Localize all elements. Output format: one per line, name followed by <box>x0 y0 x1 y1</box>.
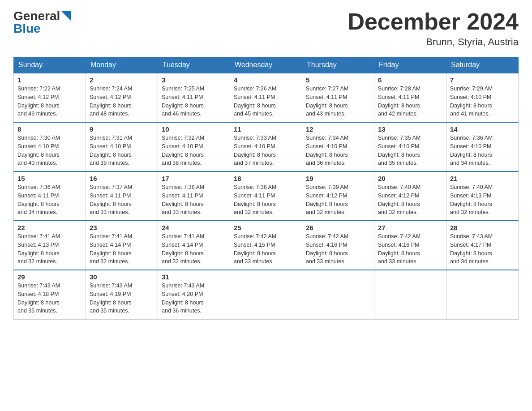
subtitle: Brunn, Styria, Austria <box>348 36 519 48</box>
week-row-3: 15 Sunrise: 7:36 AM Sunset: 4:11 PM Dayl… <box>14 171 519 221</box>
column-header-sunday: Sunday <box>14 57 86 73</box>
day-info: Sunrise: 7:35 AM Sunset: 4:10 PM Dayligh… <box>378 134 442 167</box>
day-number: 22 <box>17 224 82 231</box>
day-info: Sunrise: 7:43 AM Sunset: 4:17 PM Dayligh… <box>450 232 515 266</box>
day-number: 24 <box>162 224 226 231</box>
calendar-cell: 25 Sunrise: 7:42 AM Sunset: 4:15 PM Dayl… <box>230 221 302 270</box>
column-header-saturday: Saturday <box>446 57 519 73</box>
day-number: 9 <box>90 125 154 133</box>
column-header-thursday: Thursday <box>302 57 374 73</box>
day-number: 29 <box>17 273 82 281</box>
day-info: Sunrise: 7:27 AM Sunset: 4:11 PM Dayligh… <box>306 85 370 118</box>
day-number: 30 <box>90 273 154 281</box>
calendar-cell: 18 Sunrise: 7:38 AM Sunset: 4:11 PM Dayl… <box>230 171 302 221</box>
title-block: December 2024 Brunn, Styria, Austria <box>348 9 519 48</box>
day-info: Sunrise: 7:43 AM Sunset: 4:19 PM Dayligh… <box>90 282 154 315</box>
calendar-cell: 10 Sunrise: 7:32 AM Sunset: 4:10 PM Dayl… <box>158 122 230 171</box>
calendar-cell: 14 Sunrise: 7:36 AM Sunset: 4:10 PM Dayl… <box>446 122 519 171</box>
day-number: 31 <box>162 273 226 281</box>
svg-marker-0 <box>61 11 71 21</box>
day-number: 18 <box>234 175 298 182</box>
day-number: 5 <box>306 76 370 84</box>
day-info: Sunrise: 7:42 AM Sunset: 4:16 PM Dayligh… <box>378 232 442 266</box>
calendar-cell: 12 Sunrise: 7:34 AM Sunset: 4:10 PM Dayl… <box>302 122 374 171</box>
day-number: 2 <box>90 76 154 84</box>
day-info: Sunrise: 7:42 AM Sunset: 4:16 PM Dayligh… <box>306 232 370 266</box>
day-number: 16 <box>90 175 154 182</box>
day-info: Sunrise: 7:40 AM Sunset: 4:12 PM Dayligh… <box>378 183 442 217</box>
day-number: 28 <box>450 224 515 231</box>
day-info: Sunrise: 7:32 AM Sunset: 4:10 PM Dayligh… <box>162 134 226 167</box>
day-number: 20 <box>378 175 442 182</box>
logo-blue-text: Blue <box>13 21 41 36</box>
day-number: 6 <box>378 76 442 84</box>
page-header: General Blue December 2024 Brunn, Styria… <box>13 9 519 48</box>
day-info: Sunrise: 7:43 AM Sunset: 4:20 PM Dayligh… <box>162 282 226 315</box>
day-number: 13 <box>378 125 442 133</box>
column-header-monday: Monday <box>86 57 158 73</box>
day-info: Sunrise: 7:24 AM Sunset: 4:12 PM Dayligh… <box>90 85 154 118</box>
day-info: Sunrise: 7:41 AM Sunset: 4:14 PM Dayligh… <box>90 232 154 266</box>
calendar-cell: 21 Sunrise: 7:40 AM Sunset: 4:13 PM Dayl… <box>446 171 519 221</box>
calendar-cell: 5 Sunrise: 7:27 AM Sunset: 4:11 PM Dayli… <box>302 73 374 122</box>
day-info: Sunrise: 7:38 AM Sunset: 4:11 PM Dayligh… <box>234 183 298 217</box>
day-number: 7 <box>450 76 515 84</box>
day-number: 15 <box>17 175 82 182</box>
day-info: Sunrise: 7:42 AM Sunset: 4:15 PM Dayligh… <box>234 232 298 266</box>
day-number: 14 <box>450 125 515 133</box>
calendar-cell: 27 Sunrise: 7:42 AM Sunset: 4:16 PM Dayl… <box>374 221 446 270</box>
calendar-cell: 23 Sunrise: 7:41 AM Sunset: 4:14 PM Dayl… <box>86 221 158 270</box>
calendar-cell: 1 Sunrise: 7:22 AM Sunset: 4:12 PM Dayli… <box>14 73 86 122</box>
calendar-cell: 19 Sunrise: 7:39 AM Sunset: 4:12 PM Dayl… <box>302 171 374 221</box>
day-number: 10 <box>162 125 226 133</box>
calendar-cell: 29 Sunrise: 7:43 AM Sunset: 4:18 PM Dayl… <box>14 270 86 319</box>
day-info: Sunrise: 7:30 AM Sunset: 4:10 PM Dayligh… <box>17 134 82 167</box>
day-number: 1 <box>17 76 82 84</box>
day-number: 11 <box>234 125 298 133</box>
day-info: Sunrise: 7:26 AM Sunset: 4:11 PM Dayligh… <box>234 85 298 118</box>
calendar-header-row: SundayMondayTuesdayWednesdayThursdayFrid… <box>14 57 519 73</box>
day-info: Sunrise: 7:28 AM Sunset: 4:11 PM Dayligh… <box>378 85 442 118</box>
day-info: Sunrise: 7:37 AM Sunset: 4:11 PM Dayligh… <box>90 183 154 217</box>
day-info: Sunrise: 7:40 AM Sunset: 4:13 PM Dayligh… <box>450 183 515 217</box>
calendar-table: SundayMondayTuesdayWednesdayThursdayFrid… <box>13 57 519 320</box>
day-number: 25 <box>234 224 298 231</box>
calendar-cell: 2 Sunrise: 7:24 AM Sunset: 4:12 PM Dayli… <box>86 73 158 122</box>
day-info: Sunrise: 7:43 AM Sunset: 4:18 PM Dayligh… <box>17 282 82 315</box>
day-info: Sunrise: 7:29 AM Sunset: 4:10 PM Dayligh… <box>450 85 515 118</box>
calendar-cell: 30 Sunrise: 7:43 AM Sunset: 4:19 PM Dayl… <box>86 270 158 319</box>
column-header-friday: Friday <box>374 57 446 73</box>
calendar-cell: 13 Sunrise: 7:35 AM Sunset: 4:10 PM Dayl… <box>374 122 446 171</box>
week-row-1: 1 Sunrise: 7:22 AM Sunset: 4:12 PM Dayli… <box>14 73 519 122</box>
column-header-tuesday: Tuesday <box>158 57 230 73</box>
day-number: 8 <box>17 125 82 133</box>
calendar-cell: 31 Sunrise: 7:43 AM Sunset: 4:20 PM Dayl… <box>158 270 230 319</box>
day-number: 21 <box>450 175 515 182</box>
calendar-cell: 16 Sunrise: 7:37 AM Sunset: 4:11 PM Dayl… <box>86 171 158 221</box>
main-title: December 2024 <box>348 9 519 34</box>
day-number: 19 <box>306 175 370 182</box>
day-info: Sunrise: 7:33 AM Sunset: 4:10 PM Dayligh… <box>234 134 298 167</box>
day-info: Sunrise: 7:31 AM Sunset: 4:10 PM Dayligh… <box>90 134 154 167</box>
day-number: 27 <box>378 224 442 231</box>
calendar-cell <box>302 270 374 319</box>
calendar-cell: 26 Sunrise: 7:42 AM Sunset: 4:16 PM Dayl… <box>302 221 374 270</box>
logo: General Blue <box>13 9 71 36</box>
week-row-2: 8 Sunrise: 7:30 AM Sunset: 4:10 PM Dayli… <box>14 122 519 171</box>
calendar-cell <box>230 270 302 319</box>
calendar-cell: 20 Sunrise: 7:40 AM Sunset: 4:12 PM Dayl… <box>374 171 446 221</box>
calendar-cell: 4 Sunrise: 7:26 AM Sunset: 4:11 PM Dayli… <box>230 73 302 122</box>
day-info: Sunrise: 7:41 AM Sunset: 4:13 PM Dayligh… <box>17 232 82 266</box>
day-info: Sunrise: 7:34 AM Sunset: 4:10 PM Dayligh… <box>306 134 370 167</box>
day-info: Sunrise: 7:39 AM Sunset: 4:12 PM Dayligh… <box>306 183 370 217</box>
calendar-cell: 8 Sunrise: 7:30 AM Sunset: 4:10 PM Dayli… <box>14 122 86 171</box>
day-info: Sunrise: 7:41 AM Sunset: 4:14 PM Dayligh… <box>162 232 226 266</box>
column-header-wednesday: Wednesday <box>230 57 302 73</box>
calendar-cell: 17 Sunrise: 7:38 AM Sunset: 4:11 PM Dayl… <box>158 171 230 221</box>
calendar-cell: 24 Sunrise: 7:41 AM Sunset: 4:14 PM Dayl… <box>158 221 230 270</box>
calendar-cell: 11 Sunrise: 7:33 AM Sunset: 4:10 PM Dayl… <box>230 122 302 171</box>
calendar-cell: 6 Sunrise: 7:28 AM Sunset: 4:11 PM Dayli… <box>374 73 446 122</box>
calendar-cell <box>446 270 519 319</box>
day-info: Sunrise: 7:38 AM Sunset: 4:11 PM Dayligh… <box>162 183 226 217</box>
logo-triangle-icon <box>61 11 71 21</box>
